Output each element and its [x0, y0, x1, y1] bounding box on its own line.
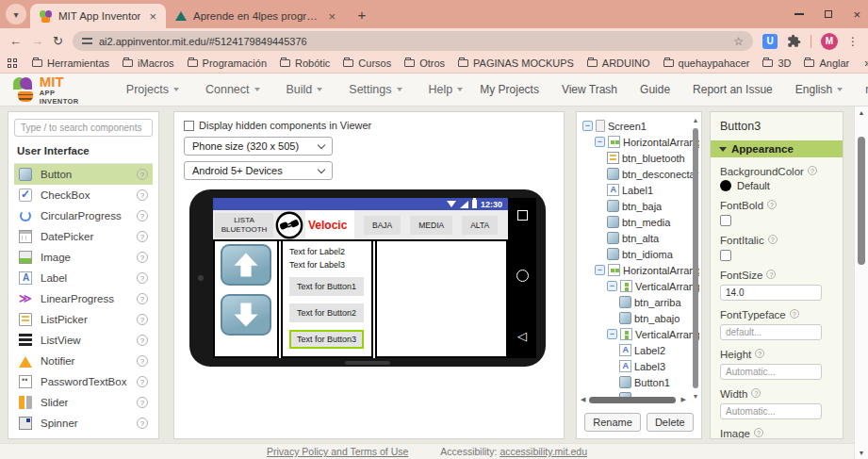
- profile-avatar[interactable]: M: [821, 33, 838, 50]
- velocidad-title-label[interactable]: Velocic: [305, 210, 354, 239]
- scroll-down-arrow-icon[interactable]: ▼: [855, 450, 868, 456]
- page-vertical-scrollbar[interactable]: ▲ ▼: [854, 107, 868, 459]
- tab-close-icon[interactable]: ×: [147, 9, 158, 24]
- palette-item-linearprogress[interactable]: LinearProgress?: [14, 288, 153, 309]
- bookmark-folder-quehaypahacer[interactable]: quehaypahacer: [658, 56, 756, 71]
- scroll-up-arrow-icon[interactable]: ▲: [855, 109, 868, 116]
- phone-size-dropdown[interactable]: Phone size (320 x 505): [184, 137, 333, 156]
- tree-item-btn_baja[interactable]: btn_baja: [582, 198, 699, 214]
- help-icon[interactable]: ?: [768, 235, 778, 244]
- arrow-down-button[interactable]: [221, 294, 271, 336]
- address-field[interactable]: ai2.appinventor.mit.edu/#512417984944537…: [73, 31, 753, 51]
- display-hidden-checkbox[interactable]: [184, 121, 194, 131]
- palette-item-button[interactable]: Button?: [14, 164, 153, 185]
- help-icon[interactable]: ?: [137, 355, 148, 367]
- tab-search-chevron-icon[interactable]: ▾: [6, 4, 26, 25]
- header-link-my-projects[interactable]: My Projects: [480, 83, 539, 96]
- scrollbar-thumb[interactable]: [693, 128, 698, 388]
- delete-button[interactable]: Delete: [647, 413, 694, 432]
- ublock-extension-icon[interactable]: U: [762, 34, 778, 49]
- menu-connect[interactable]: Connect: [192, 83, 273, 96]
- collapse-icon[interactable]: −: [595, 265, 605, 275]
- apps-grid-icon[interactable]: [8, 58, 17, 69]
- header-link-report-an-issue[interactable]: Report an Issue: [693, 83, 773, 96]
- tab-close-icon[interactable]: ×: [326, 9, 337, 24]
- property-input[interactable]: Automatic...: [720, 364, 822, 380]
- palette-item-listview[interactable]: ListView?: [14, 330, 153, 351]
- palette-item-circularprogress[interactable]: CircularProgress?: [14, 205, 153, 226]
- help-icon[interactable]: ?: [137, 169, 148, 180]
- speed-button-baja[interactable]: BAJA: [364, 216, 401, 235]
- tree-vertical-scrollbar[interactable]: ▲ ▼: [691, 117, 700, 400]
- palette-item-image[interactable]: Image?: [14, 247, 153, 268]
- property-input[interactable]: 14.0: [720, 285, 822, 301]
- help-icon[interactable]: ?: [137, 231, 148, 242]
- tree-item-btn_bluetooth[interactable]: btn_bluetooth: [582, 150, 699, 166]
- help-icon[interactable]: ?: [137, 210, 148, 221]
- arrow-up-button[interactable]: [221, 244, 271, 286]
- scrollbar-thumb[interactable]: [858, 137, 865, 265]
- speed-button-media[interactable]: MEDIA: [410, 216, 452, 235]
- collapse-icon[interactable]: −: [595, 137, 605, 147]
- bookmark-folder-3d[interactable]: 3D: [757, 56, 796, 71]
- palette-item-label[interactable]: Label?: [14, 268, 153, 288]
- palette-item-slider[interactable]: Slider?: [14, 392, 153, 413]
- bookmarks-overflow-chevron[interactable]: »: [857, 57, 868, 70]
- bookmark-folder-anglar[interactable]: Anglar: [798, 56, 855, 71]
- back-icon[interactable]: ←: [9, 34, 22, 48]
- palette-item-spinner[interactable]: Spinner?: [14, 413, 153, 434]
- property-checkbox[interactable]: [720, 215, 731, 226]
- close-icon[interactable]: ×: [853, 8, 860, 21]
- language-dropdown[interactable]: English: [795, 83, 843, 96]
- header-link-guide[interactable]: Guide: [640, 83, 670, 96]
- help-icon[interactable]: ?: [754, 428, 763, 437]
- bookmark-folder-robótic[interactable]: Robótic: [274, 56, 336, 71]
- minimize-icon[interactable]: [794, 13, 804, 15]
- scroll-up-arrow-icon[interactable]: ▲: [691, 117, 700, 123]
- bookmark-folder-programación[interactable]: Programación: [182, 56, 272, 71]
- tree-item-label2[interactable]: Label2: [582, 342, 699, 358]
- palette-item-listpicker[interactable]: ListPicker?: [14, 309, 153, 330]
- bookmark-folder-imacros[interactable]: iMacros: [117, 56, 180, 71]
- tree-item-horizontalarrangemen[interactable]: −HorizontalArrangemen: [582, 262, 699, 278]
- rename-button[interactable]: Rename: [584, 413, 641, 432]
- reload-icon[interactable]: ↻: [53, 34, 63, 48]
- collapse-icon[interactable]: −: [607, 281, 617, 291]
- tree-item-label3[interactable]: Label3: [582, 358, 699, 374]
- property-input[interactable]: default...: [720, 324, 822, 340]
- tab-app-inventor[interactable]: MIT App Inventor ×: [30, 4, 166, 28]
- help-icon[interactable]: ?: [755, 349, 764, 358]
- tree-item-btn_alta[interactable]: btn_alta: [582, 230, 699, 246]
- appearance-section-header[interactable]: Appearance: [711, 140, 843, 157]
- forward-icon[interactable]: →: [31, 34, 43, 48]
- help-icon[interactable]: ?: [137, 376, 148, 387]
- help-icon[interactable]: ?: [137, 335, 148, 346]
- new-tab-button[interactable]: +: [351, 3, 373, 25]
- scroll-down-arrow-icon[interactable]: ▼: [691, 393, 700, 400]
- help-icon[interactable]: ?: [137, 397, 148, 408]
- palette-item-checkbox[interactable]: CheckBox?: [14, 185, 153, 205]
- tree-item-btn_media[interactable]: btn_media: [582, 214, 699, 230]
- help-icon[interactable]: ?: [808, 166, 817, 175]
- help-icon[interactable]: ?: [137, 438, 148, 439]
- tree-item-btn_arriba[interactable]: btn_arriba: [582, 294, 699, 310]
- url-text[interactable]: ai2.appinventor.mit.edu/#512417984944537…: [99, 36, 727, 47]
- color-value-row[interactable]: Default: [720, 180, 833, 191]
- bookmark-folder-herramientas[interactable]: Herramientas: [26, 56, 115, 71]
- tree-item-verticalarrangemen[interactable]: −VerticalArrangemen: [582, 278, 699, 294]
- recents-square-icon[interactable]: [517, 210, 528, 221]
- lista-bluetooth-button[interactable]: LISTA BLUETOOTH: [215, 213, 273, 238]
- browser-menu-icon[interactable]: ⋮: [847, 35, 859, 48]
- accessibility-link[interactable]: accessibility.mit.edu: [500, 446, 587, 457]
- back-triangle-icon[interactable]: ◁: [517, 330, 527, 342]
- speed-button-alta[interactable]: ALTA: [462, 216, 498, 235]
- help-icon[interactable]: ?: [137, 418, 148, 429]
- palette-item-datepicker[interactable]: DatePicker?: [14, 226, 153, 247]
- help-icon[interactable]: ?: [767, 200, 777, 209]
- device-type-dropdown[interactable]: Android 5+ Devices: [184, 161, 333, 180]
- property-checkbox[interactable]: [720, 250, 731, 261]
- tree-item-label1[interactable]: Label1: [582, 182, 699, 198]
- collapse-icon[interactable]: −: [582, 121, 593, 131]
- help-icon[interactable]: ?: [137, 272, 148, 284]
- site-settings-icon[interactable]: [82, 37, 92, 45]
